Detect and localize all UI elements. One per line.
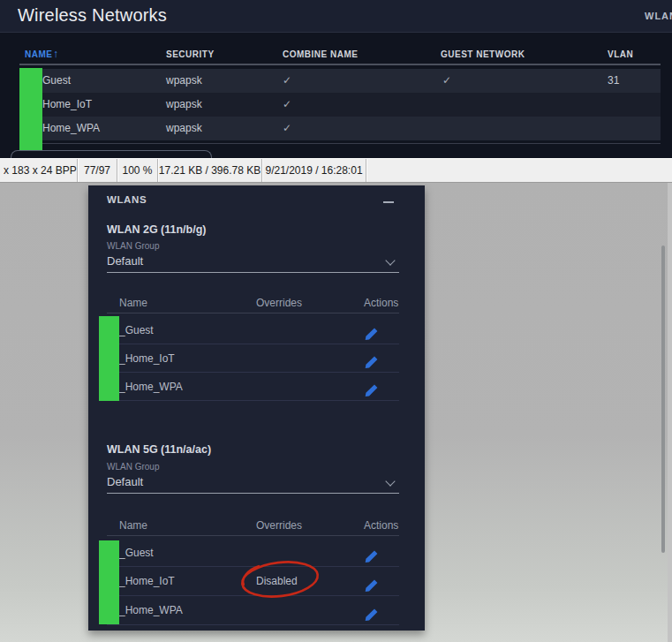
col-name: Name xyxy=(119,519,147,532)
wlan-5g-heading: WLAN 5G (11n/a/ac) xyxy=(107,443,211,456)
header-underline xyxy=(19,64,661,65)
status-zoom-level: 100 % xyxy=(117,159,158,182)
status-image-dimensions: x 183 x 24 BPP xyxy=(0,159,78,182)
collapse-minus-icon[interactable] xyxy=(381,196,396,208)
network-name: Home_IoT xyxy=(42,93,92,117)
scrollbar-thumb[interactable] xyxy=(661,245,665,553)
edit-pencil-icon[interactable] xyxy=(365,380,379,394)
edit-pencil-icon[interactable] xyxy=(365,323,379,337)
vlan-value: 31 xyxy=(608,69,619,93)
redaction-block xyxy=(99,316,119,401)
edit-pencil-icon[interactable] xyxy=(365,546,379,560)
wlan-group-select[interactable]: Default xyxy=(107,253,399,273)
col-name: Name xyxy=(119,297,147,309)
header-divider xyxy=(107,535,399,536)
edit-pencil-icon[interactable] xyxy=(365,575,379,589)
selected-group: Default xyxy=(107,475,143,488)
wlan-name: _Guest xyxy=(119,539,154,567)
wlan-group-label: WLAN Group xyxy=(107,462,159,472)
table-row[interactable]: Guest wpapsk ✓ ✓ 31 xyxy=(19,69,661,93)
column-header-guest-network[interactable]: GUEST NETWORK xyxy=(441,49,525,59)
wlan-group-select[interactable]: Default xyxy=(107,474,399,494)
wlan-name: _Home_IoT xyxy=(119,567,175,596)
edit-pencil-icon[interactable] xyxy=(365,604,379,618)
checkmark-icon: ✓ xyxy=(283,69,291,93)
column-header-security[interactable]: SECURITY xyxy=(166,49,215,59)
page-header: Wireless Networks WLAN xyxy=(0,0,672,33)
checkmark-icon: ✓ xyxy=(442,69,451,93)
column-header-name[interactable]: NAME xyxy=(25,49,52,59)
col-overrides: Overrides xyxy=(256,297,302,309)
sort-ascending-icon[interactable]: ↑ xyxy=(53,48,58,60)
security-value: wpapsk xyxy=(166,69,202,93)
chevron-down-icon xyxy=(385,476,395,486)
network-name: Guest xyxy=(42,69,71,93)
checkmark-icon: ✓ xyxy=(283,93,291,117)
red-annotation-ellipse xyxy=(230,555,331,604)
table-row[interactable]: Home_IoT wpapsk ✓ xyxy=(19,93,661,117)
security-value: wpapsk xyxy=(166,93,202,117)
wlan-override-row[interactable]: _Home_IoT xyxy=(107,344,399,373)
network-name: Home_WPA xyxy=(42,117,100,140)
wlan-name: _Home_WPA xyxy=(119,373,183,401)
viewer-status-bar: x 183 x 24 BPP 77/97 100 % 17.21 KB / 39… xyxy=(0,158,672,183)
screenshot-root: Wireless Networks WLAN NAME ↑ SECURITY C… xyxy=(0,0,672,642)
edit-pencil-icon[interactable] xyxy=(365,351,379,366)
wlan-name: _Guest xyxy=(119,316,154,344)
selected-group: Default xyxy=(107,254,143,268)
wlans-panel: WLANS WLAN 2G (11n/b/g) WLAN Group Defau… xyxy=(88,185,425,631)
status-file-size: 17.21 KB / 396.78 KB xyxy=(158,159,262,182)
column-header-vlan[interactable]: VLAN xyxy=(608,49,633,59)
wireless-networks-screenshot: Wireless Networks WLAN NAME ↑ SECURITY C… xyxy=(0,0,672,158)
security-value: wpapsk xyxy=(166,117,202,140)
table-bottom-divider xyxy=(19,143,661,144)
status-file-index: 77/97 xyxy=(78,159,117,182)
panel-title: WLANS xyxy=(107,194,147,205)
wlan-override-row[interactable]: _Home_WPA xyxy=(107,373,399,401)
col-actions: Actions xyxy=(364,297,398,309)
wlan-group-label: WLAN Group xyxy=(107,241,159,251)
clipped-rounded-box xyxy=(11,150,212,158)
wlan-name: _Home_WPA xyxy=(119,596,183,625)
col-overrides: Overrides xyxy=(256,519,302,532)
checkmark-icon: ✓ xyxy=(283,117,291,140)
column-header-combine-name[interactable]: COMBINE NAME xyxy=(283,49,358,59)
header-right-label: WLAN xyxy=(645,11,672,21)
wlan-name: _Home_IoT xyxy=(119,344,175,373)
page-title: Wireless Networks xyxy=(18,5,167,26)
wlan-override-row[interactable]: _Guest xyxy=(107,316,399,344)
col-actions: Actions xyxy=(364,519,398,532)
chevron-down-icon xyxy=(385,255,395,265)
status-file-datetime: 9/21/2019 / 16:28:01 xyxy=(262,159,366,182)
scrollbar-track[interactable] xyxy=(668,183,672,642)
redaction-block xyxy=(99,540,119,624)
header-divider xyxy=(107,313,399,313)
table-row[interactable]: Home_WPA wpapsk ✓ xyxy=(19,117,661,140)
wlan-2g-heading: WLAN 2G (11n/b/g) xyxy=(107,223,207,236)
redaction-block xyxy=(19,68,42,150)
